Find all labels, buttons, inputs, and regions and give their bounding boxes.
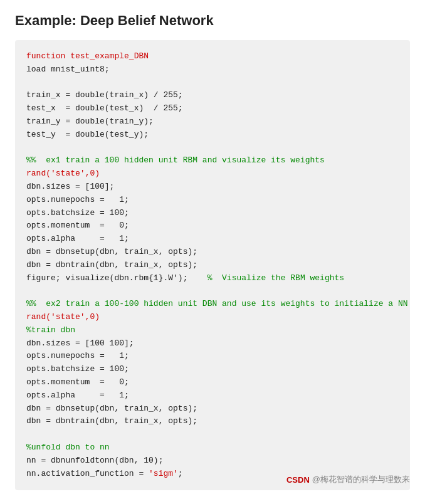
code-line: %unfold dbn to nn [26, 441, 399, 454]
code-line: opts.numepochs = 1; [26, 194, 399, 207]
code-line: opts.numepochs = 1; [26, 350, 399, 363]
code-line: dbn = dbntrain(dbn, train_x, opts); [26, 415, 399, 428]
code-line [26, 76, 399, 90]
code-line: function test_example_DBN [26, 50, 399, 63]
code-line [26, 428, 399, 441]
code-line: %% ex1 train a 100 hidden unit RBM and v… [26, 154, 399, 167]
code-section: function test_example_DBN load mnist_uin… [15, 40, 410, 490]
page-container: Example: Deep Belief Network function te… [0, 0, 425, 504]
code-line [26, 142, 399, 155]
code-line: dbn = dbnsetup(dbn, train_x, opts); [26, 402, 399, 416]
code-line: figure; visualize(dbn.rbm{1}.W'); % Visu… [26, 272, 399, 285]
code-line: opts.alpha = 1; [26, 233, 399, 246]
page-title: Example: Deep Belief Network [15, 13, 410, 29]
code-line: nn = dbnunfoldtonn(dbn, 10); [26, 454, 399, 468]
code-line: train_y = double(train_y); [26, 115, 399, 129]
code-line [26, 285, 399, 298]
code-line: test_x = double(test_x) / 255; [26, 102, 399, 115]
code-line: load mnist_uint8; [26, 63, 399, 76]
code-line: opts.momentum = 0; [26, 219, 399, 233]
code-line: dbn = dbnsetup(dbn, train_x, opts); [26, 246, 399, 259]
code-line: opts.alpha = 1; [26, 389, 399, 402]
code-block: function test_example_DBN load mnist_uin… [15, 40, 410, 490]
code-line: opts.momentum = 0; [26, 376, 399, 389]
code-line: test_y = double(test_y); [26, 129, 399, 142]
code-line: opts.batchsize = 100; [26, 363, 399, 376]
code-line: dbn = dbntrain(dbn, train_x, opts); [26, 259, 399, 272]
code-line: %% ex2 train a 100-100 hidden unit DBN a… [26, 298, 399, 311]
code-line: rand('state',0) [26, 311, 399, 324]
code-line: rand('state',0) [26, 167, 399, 181]
keyword-function: function test_example_DBN [26, 51, 149, 61]
code-line: dbn.sizes = [100]; [26, 181, 399, 194]
code-line: %train dbn [26, 324, 399, 337]
code-line: dbn.sizes = [100 100]; [26, 337, 399, 350]
code-line: opts.batchsize = 100; [26, 207, 399, 220]
code-line: nn.activation_function = 'sigm'; [26, 468, 399, 481]
code-line: train_x = double(train_x) / 255; [26, 89, 399, 102]
